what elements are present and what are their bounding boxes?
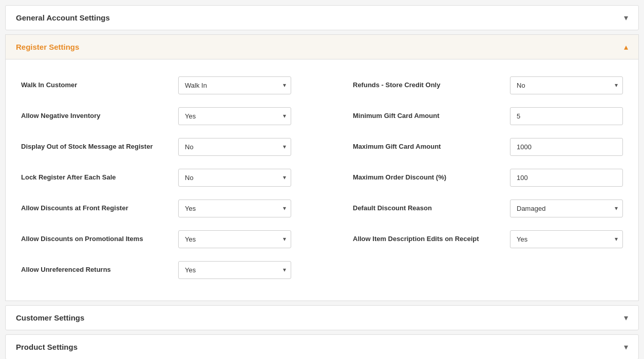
- page-wrapper: General Account Settings ▾ Register Sett…: [0, 0, 644, 359]
- register-section-chevron: ▴: [624, 42, 628, 52]
- setting-label: Maximum Gift Card Amount: [353, 142, 502, 151]
- setting-control: [510, 138, 623, 156]
- product-settings-section[interactable]: Product Settings ▾: [5, 334, 639, 359]
- setting-label: Display Out of Stock Message at Register: [21, 142, 170, 151]
- product-settings-chevron: ▾: [624, 342, 628, 352]
- register-settings-content: Walk In CustomerWalk InDefault Customer▾…: [6, 59, 638, 301]
- setting-select[interactable]: YesNo: [178, 261, 291, 279]
- left-setting-row: Allow Unreferenced ReturnsYesNo▾: [21, 254, 291, 285]
- general-account-title: General Account Settings: [16, 13, 110, 22]
- select-wrapper: YesNo▾: [510, 76, 623, 94]
- right-settings-column: Refunds - Store Credit OnlyYesNo▾Minimum…: [322, 70, 623, 285]
- register-section-header[interactable]: Register Settings ▴: [6, 35, 638, 59]
- setting-control: YesNo▾: [178, 261, 291, 279]
- customer-settings-title: Customer Settings: [16, 313, 84, 322]
- register-section-title: Register Settings: [16, 43, 79, 51]
- general-account-section[interactable]: General Account Settings ▾: [5, 5, 639, 30]
- right-setting-row: Maximum Gift Card Amount: [353, 131, 623, 162]
- select-wrapper: YesNo▾: [178, 230, 291, 248]
- setting-control: Walk InDefault Customer▾: [178, 76, 291, 94]
- setting-control: YesNo▾: [178, 107, 291, 125]
- right-setting-row: Minimum Gift Card Amount: [353, 101, 623, 131]
- setting-select[interactable]: YesNo: [510, 230, 623, 248]
- register-settings-section: Register Settings ▴ Walk In CustomerWalk…: [5, 34, 639, 301]
- setting-label: Allow Discounts at Front Register: [21, 204, 170, 213]
- setting-select[interactable]: YesNo: [510, 76, 623, 94]
- left-setting-row: Allow Negative InventoryYesNo▾: [21, 101, 291, 131]
- left-setting-row: Display Out of Stock Message at Register…: [21, 131, 291, 162]
- select-wrapper: YesNo▾: [178, 261, 291, 279]
- setting-select[interactable]: YesNo: [178, 230, 291, 248]
- select-wrapper: YesNo▾: [178, 169, 291, 187]
- left-setting-row: Walk In CustomerWalk InDefault Customer▾: [21, 70, 291, 101]
- setting-label: Allow Negative Inventory: [21, 111, 170, 121]
- select-wrapper: Walk InDefault Customer▾: [178, 76, 291, 94]
- right-setting-row: Default Discount ReasonDamagedEmployee D…: [353, 193, 623, 224]
- setting-control: YesNo▾: [178, 230, 291, 248]
- bottom-sections: Customer Settings ▾ Product Settings ▾: [5, 305, 639, 359]
- setting-control: YesNo▾: [510, 76, 623, 94]
- setting-control: [510, 169, 623, 187]
- setting-control: [510, 107, 623, 125]
- setting-select[interactable]: YesNo: [178, 200, 291, 217]
- select-wrapper: YesNo▾: [178, 138, 291, 156]
- left-setting-row: Allow Discounts on Promotional ItemsYesN…: [21, 224, 291, 254]
- left-settings-column: Walk In CustomerWalk InDefault Customer▾…: [21, 70, 322, 285]
- setting-input[interactable]: [510, 107, 623, 125]
- setting-control: YesNo▾: [178, 200, 291, 217]
- right-setting-row: Allow Item Description Edits on ReceiptY…: [353, 224, 623, 254]
- setting-control: DamagedEmployee DiscountManager Override…: [510, 200, 623, 217]
- setting-select[interactable]: Walk InDefault Customer: [178, 76, 291, 94]
- select-wrapper: YesNo▾: [178, 200, 291, 217]
- select-wrapper: YesNo▾: [510, 230, 623, 248]
- setting-label: Default Discount Reason: [353, 204, 502, 213]
- setting-label: Allow Discounts on Promotional Items: [21, 234, 170, 244]
- product-settings-title: Product Settings: [16, 343, 78, 351]
- setting-input[interactable]: [510, 169, 623, 187]
- setting-select[interactable]: YesNo: [178, 138, 291, 156]
- left-setting-row: Allow Discounts at Front RegisterYesNo▾: [21, 193, 291, 224]
- setting-label: Allow Unreferenced Returns: [21, 265, 170, 274]
- general-account-chevron: ▾: [624, 13, 628, 23]
- select-wrapper: YesNo▾: [178, 107, 291, 125]
- select-wrapper: DamagedEmployee DiscountManager Override…: [510, 200, 623, 217]
- setting-label: Lock Register After Each Sale: [21, 173, 170, 182]
- setting-select[interactable]: DamagedEmployee DiscountManager Override…: [510, 200, 623, 217]
- setting-label: Minimum Gift Card Amount: [353, 111, 502, 121]
- customer-settings-section[interactable]: Customer Settings ▾: [5, 305, 639, 330]
- settings-grid: Walk In CustomerWalk InDefault Customer▾…: [21, 70, 623, 285]
- setting-select[interactable]: YesNo: [178, 169, 291, 187]
- setting-control: YesNo▾: [510, 230, 623, 248]
- left-setting-row: Lock Register After Each SaleYesNo▾: [21, 162, 291, 193]
- setting-label: Allow Item Description Edits on Receipt: [353, 234, 502, 244]
- setting-select[interactable]: YesNo: [178, 107, 291, 125]
- setting-control: YesNo▾: [178, 169, 291, 187]
- setting-label: Walk In Customer: [21, 81, 170, 90]
- setting-control: YesNo▾: [178, 138, 291, 156]
- setting-input[interactable]: [510, 138, 623, 156]
- setting-label: Maximum Order Discount (%): [353, 173, 502, 182]
- right-setting-row: Maximum Order Discount (%): [353, 162, 623, 193]
- right-setting-row: Refunds - Store Credit OnlyYesNo▾: [353, 70, 623, 101]
- setting-label: Refunds - Store Credit Only: [353, 81, 502, 90]
- customer-settings-chevron: ▾: [624, 313, 628, 323]
